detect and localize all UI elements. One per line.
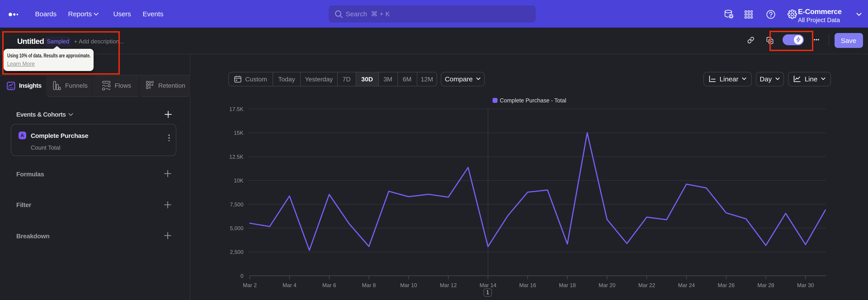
- svg-text:1: 1: [486, 289, 489, 295]
- svg-text:Mar 16: Mar 16: [519, 282, 536, 288]
- svg-text:Mar 2: Mar 2: [243, 282, 257, 288]
- svg-text:0: 0: [241, 273, 243, 279]
- svg-text:12.5K: 12.5K: [229, 154, 243, 160]
- svg-text:Mar 10: Mar 10: [400, 282, 417, 288]
- svg-text:5,000: 5,000: [230, 225, 243, 231]
- svg-text:Mar 24: Mar 24: [678, 282, 695, 288]
- svg-text:Mar 14: Mar 14: [479, 282, 496, 288]
- svg-text:Mar 18: Mar 18: [559, 282, 576, 288]
- svg-text:Mar 22: Mar 22: [638, 282, 655, 288]
- svg-text:Mar 6: Mar 6: [322, 282, 336, 288]
- svg-text:Mar 28: Mar 28: [757, 282, 774, 288]
- svg-text:Mar 30: Mar 30: [797, 282, 814, 288]
- svg-text:17.5K: 17.5K: [229, 106, 243, 112]
- svg-text:2,500: 2,500: [230, 249, 243, 255]
- svg-text:Mar 8: Mar 8: [362, 282, 376, 288]
- svg-text:Mar 26: Mar 26: [718, 282, 735, 288]
- svg-text:Complete Purchase - Total: Complete Purchase - Total: [500, 97, 566, 103]
- svg-text:Mar 4: Mar 4: [283, 282, 296, 288]
- svg-text:15K: 15K: [234, 130, 243, 136]
- svg-text:Mar 12: Mar 12: [440, 282, 457, 288]
- svg-text:Mar 20: Mar 20: [598, 282, 616, 288]
- svg-text:7,500: 7,500: [230, 202, 243, 208]
- svg-text:10K: 10K: [234, 177, 243, 184]
